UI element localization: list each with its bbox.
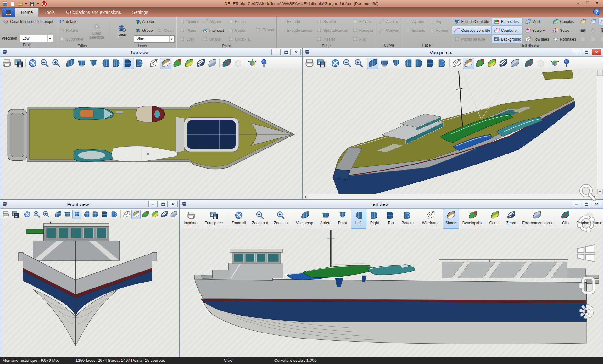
tab-home[interactable]: Home [15, 8, 39, 17]
front-view-canvas[interactable] [0, 220, 179, 357]
layer-select[interactable]: Vitre [134, 35, 175, 43]
viewport-restore-button[interactable] [282, 49, 291, 55]
view-bottom-button[interactable] [110, 210, 119, 219]
viewport-close-button[interactable] [592, 49, 601, 55]
ribbon-button-plane[interactable]: Plane [177, 26, 200, 35]
ribbon-button-unlock-all[interactable]: Unlock all [226, 35, 253, 43]
view-top-button[interactable] [425, 58, 437, 69]
top-button[interactable]: Top [383, 209, 399, 229]
shade-button[interactable] [463, 58, 474, 69]
view-back-button[interactable] [63, 210, 72, 219]
developable-button[interactable] [172, 58, 183, 69]
envmap-button[interactable] [509, 58, 521, 69]
vertical-scrollbar[interactable] [597, 70, 603, 194]
ribbon-button-inserer[interactable]: Insérer [314, 35, 350, 43]
ribbon-button-scale[interactable]: Scale - [551, 26, 578, 35]
save-button[interactable] [315, 58, 327, 69]
ribbon-button-plier[interactable]: Plier [350, 35, 375, 43]
printer-button[interactable] [1, 210, 10, 219]
view-back-button[interactable] [76, 58, 87, 69]
ribbon-button-split-advanced[interactable]: Split advanced [314, 26, 350, 35]
wireframe-button[interactable] [122, 210, 131, 219]
ribbon-button-ajouter[interactable]: Ajouter [133, 17, 175, 26]
view-front-button[interactable] [72, 210, 81, 219]
ribbon-button-scinder[interactable]: Scinder [314, 17, 350, 26]
help-button[interactable]: ? [593, 8, 600, 15]
ribbon-button-effacer[interactable]: Effacer [350, 17, 375, 26]
ribbon-button-remove[interactable]: Remove [350, 26, 375, 35]
ribbon-button-both-sides[interactable]: Both sides [492, 17, 523, 26]
imprimer-button[interactable]: Imprimer [181, 209, 201, 229]
viewport-close-button[interactable] [592, 201, 601, 207]
view-top-button[interactable] [123, 58, 134, 69]
tab-calculations[interactable]: Calculations and extensions [60, 8, 126, 17]
viewport-minimize-button[interactable] [572, 201, 581, 207]
minimize-button[interactable] [573, 0, 583, 6]
front-view-titlebar[interactable]: Front view [0, 200, 179, 209]
view-left-button[interactable] [82, 210, 91, 219]
view-left-button[interactable] [99, 58, 111, 69]
view-front-button[interactable] [88, 58, 99, 69]
zoom-in-button[interactable] [353, 58, 364, 69]
perspective-view-titlebar[interactable]: Vue persp. [303, 48, 603, 57]
gauss-button[interactable] [183, 58, 195, 69]
ribbon-button-mesh[interactable]: Mesh [523, 17, 550, 26]
zoom-in-button[interactable] [42, 210, 51, 219]
ribbon-button-ajouter[interactable]: Ajouter [177, 17, 200, 26]
gauss-button[interactable] [150, 210, 159, 219]
pin-button[interactable] [561, 58, 572, 69]
ribbon-button-filet-de-controle[interactable]: Filet de Contrôle [452, 17, 491, 26]
left-button[interactable]: Left [351, 209, 366, 229]
wireframe-button[interactable]: Wireframe [419, 209, 442, 229]
ribbon-button-convert[interactable]: Convert [377, 26, 401, 35]
chevron-down-icon[interactable] [169, 36, 174, 42]
charm-settings-icon[interactable] [577, 301, 597, 322]
save-button[interactable] [11, 210, 20, 219]
shade-button[interactable]: Shade [443, 209, 459, 229]
horizontal-scrollbar[interactable] [303, 194, 597, 199]
enregistrer-button[interactable]: Enregistrer [202, 209, 226, 229]
new-document-button[interactable] [9, 1, 16, 7]
clip-button[interactable]: Clip [557, 209, 573, 229]
ribbon-button-ajouter[interactable]: Ajouter [403, 17, 427, 26]
viewport-minimize-button[interactable] [271, 49, 281, 55]
save-dropdown-caret-icon[interactable] [36, 1, 40, 7]
clip-button[interactable] [221, 58, 232, 69]
zoom-in-button[interactable]: Zoom in [271, 209, 290, 229]
ribbon-button-scale[interactable]: Scale + [523, 26, 550, 35]
perspective-view-canvas[interactable] [303, 70, 603, 199]
ribbon-button-copier[interactable]: Copier [226, 26, 253, 35]
ribbon-button-extrude-curved[interactable]: Extrude curved [278, 26, 314, 35]
vue-persp-button[interactable]: Vue persp. [293, 209, 317, 229]
printer-button[interactable] [1, 58, 13, 69]
gauss-button[interactable] [486, 58, 497, 69]
pin-button[interactable] [258, 58, 270, 69]
developable-button[interactable]: Developable [460, 209, 486, 229]
zebra-button[interactable]: Zebra [503, 209, 519, 229]
wireframe-button[interactable] [148, 58, 160, 69]
ribbon-button-courbure[interactable]: Courbure [492, 26, 523, 35]
ribbon-button-shell-blue[interactable] [588, 17, 598, 26]
shade-button[interactable] [160, 58, 171, 69]
ribbon-button-intersect[interactable]: Intersect [200, 26, 226, 35]
axes-button[interactable] [247, 58, 258, 69]
top-view-canvas[interactable] [0, 70, 302, 199]
scroll-up-button[interactable] [597, 70, 603, 76]
zoom-all-button[interactable] [23, 210, 32, 219]
left-view-titlebar[interactable]: Left view [180, 200, 603, 209]
ribbon-button-background[interactable]: Background [492, 35, 523, 43]
ribbon-button-lock[interactable]: Lock [177, 35, 200, 43]
view-front-button[interactable] [390, 58, 402, 69]
axes-button[interactable] [549, 58, 561, 69]
ribbon-button-hand[interactable] [588, 26, 598, 35]
scroll-down-button[interactable] [597, 189, 603, 194]
bottom-button[interactable]: Bottom [399, 209, 416, 229]
developable-button[interactable] [141, 210, 150, 219]
viewport-close-button[interactable] [169, 201, 178, 207]
ribbon-button-shell-tan[interactable] [578, 17, 588, 26]
zoom-all-button[interactable] [27, 58, 38, 69]
ribbon-button-unlock[interactable]: Unlock [200, 35, 226, 43]
zebra-button[interactable] [160, 210, 169, 219]
ribbon-button-ajouter[interactable]: Ajouter [377, 17, 401, 26]
ribbon-button-flip[interactable]: Flip [427, 17, 450, 26]
